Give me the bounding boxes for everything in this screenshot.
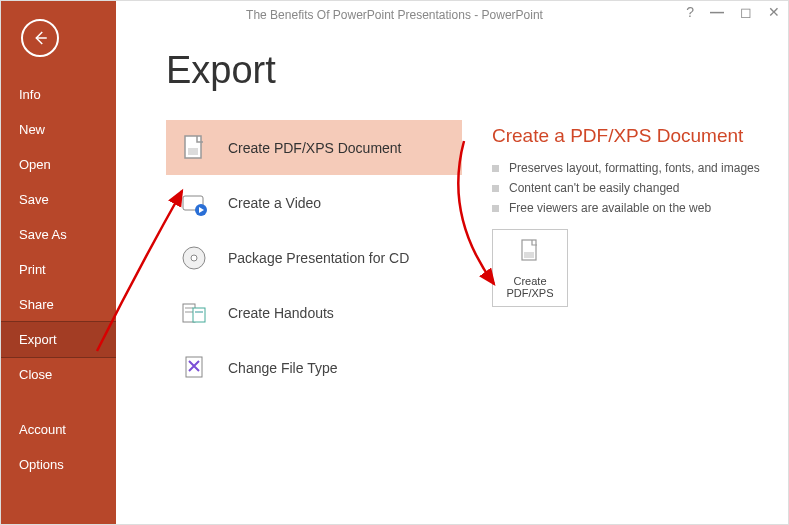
svg-rect-10	[195, 311, 203, 313]
create-pdf-xps-button[interactable]: Create PDF/XPS	[492, 229, 568, 307]
svg-point-5	[191, 255, 197, 261]
pdf-document-icon	[515, 237, 545, 269]
titlebar: The Benefits Of PowerPoint Presentations…	[1, 1, 788, 29]
sidebar-item-export[interactable]: Export	[1, 322, 116, 357]
option-create-handouts[interactable]: Create Handouts	[166, 285, 462, 340]
export-details: Create a PDF/XPS Document Preserves layo…	[492, 120, 782, 307]
page-title: Export	[166, 49, 788, 92]
button-label-line1: Create	[513, 275, 546, 287]
option-label: Create PDF/XPS Document	[228, 140, 402, 156]
sidebar-item-save-as[interactable]: Save As	[1, 217, 116, 252]
bullet-item: Preserves layout, formatting, fonts, and…	[492, 161, 782, 175]
option-create-video[interactable]: Create a Video	[166, 175, 462, 230]
svg-rect-13	[524, 252, 534, 258]
option-label: Create Handouts	[228, 305, 334, 321]
option-create-pdf-xps[interactable]: Create PDF/XPS Document	[166, 120, 462, 175]
minimize-icon[interactable]: —	[710, 5, 724, 19]
svg-rect-1	[188, 148, 198, 155]
main-pane: Export Create PDF/XPS Document Create a …	[116, 29, 788, 524]
bullet-item: Content can't be easily changed	[492, 181, 782, 195]
svg-rect-7	[185, 307, 193, 309]
window-title: The Benefits Of PowerPoint Presentations…	[246, 8, 543, 22]
option-package-cd[interactable]: Package Presentation for CD	[166, 230, 462, 285]
video-icon	[176, 185, 212, 221]
button-label-line2: PDF/XPS	[506, 287, 553, 299]
sidebar-item-open[interactable]: Open	[1, 147, 116, 182]
sidebar-item-close[interactable]: Close	[1, 357, 116, 392]
sidebar-item-options[interactable]: Options	[1, 447, 116, 482]
option-change-file-type[interactable]: Change File Type	[166, 340, 462, 395]
sidebar-item-new[interactable]: New	[1, 112, 116, 147]
bullet-item: Free viewers are available on the web	[492, 201, 782, 215]
close-icon[interactable]: ✕	[768, 5, 780, 19]
window-controls: ? — ◻ ✕	[686, 5, 780, 19]
sidebar-item-account[interactable]: Account	[1, 412, 116, 447]
export-options-list: Create PDF/XPS Document Create a Video P…	[166, 120, 462, 395]
pdf-document-icon	[176, 130, 212, 166]
restore-icon[interactable]: ◻	[740, 5, 752, 19]
svg-rect-8	[185, 311, 193, 313]
back-button[interactable]	[21, 19, 59, 57]
details-title: Create a PDF/XPS Document	[492, 124, 782, 149]
sidebar-item-print[interactable]: Print	[1, 252, 116, 287]
details-bullets: Preserves layout, formatting, fonts, and…	[492, 161, 782, 215]
sidebar-item-save[interactable]: Save	[1, 182, 116, 217]
svg-rect-9	[193, 308, 205, 322]
option-label: Create a Video	[228, 195, 321, 211]
option-label: Change File Type	[228, 360, 337, 376]
option-label: Package Presentation for CD	[228, 250, 409, 266]
sidebar-item-info[interactable]: Info	[1, 77, 116, 112]
handouts-icon	[176, 295, 212, 331]
backstage-sidebar: Info New Open Save Save As Print Share E…	[1, 1, 116, 524]
file-type-icon	[176, 350, 212, 386]
help-icon[interactable]: ?	[686, 5, 694, 19]
cd-icon	[176, 240, 212, 276]
sidebar-item-share[interactable]: Share	[1, 287, 116, 322]
